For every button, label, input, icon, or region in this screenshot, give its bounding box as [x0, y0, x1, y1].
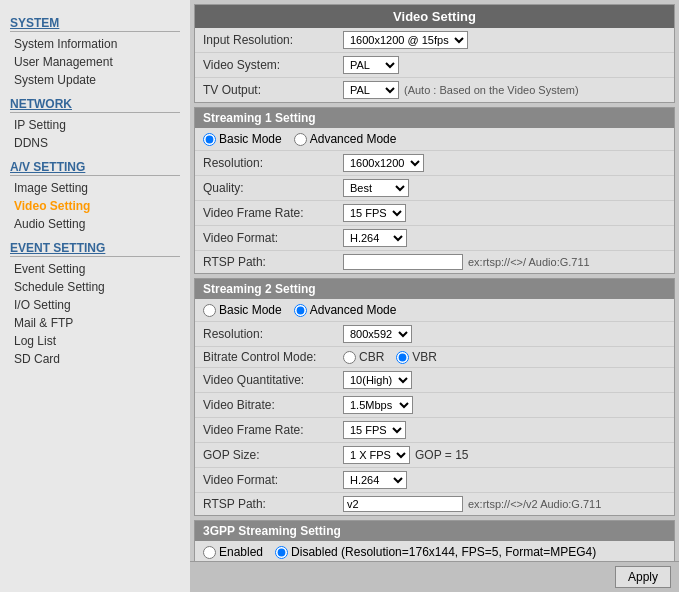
s1-format-select[interactable]: H.264 MJPEG — [343, 229, 407, 247]
bottom-bar: Apply — [190, 561, 679, 592]
s2-frame-rate-label: Video Frame Rate: — [203, 423, 343, 437]
sidebar-section-event-setting: EVENT SETTING — [10, 241, 180, 257]
s2-resolution-select[interactable]: 800x592 640x480 320x240 — [343, 325, 412, 343]
streaming2-advanced-mode-radio[interactable] — [294, 304, 307, 317]
streaming2-advanced-mode-text: Advanced Mode — [310, 303, 397, 317]
video-setting-section: Video Setting Input Resolution: 1600x120… — [194, 4, 675, 103]
s2-format-row: Video Format: H.264 MJPEG — [195, 468, 674, 493]
s1-resolution-label: Resolution: — [203, 156, 343, 170]
s2-bitrate-control-label: Bitrate Control Mode: — [203, 350, 343, 364]
tv-output-hint: (Auto : Based on the Video System) — [404, 84, 579, 96]
video-system-select[interactable]: PAL NTSC — [343, 56, 399, 74]
s2-bitrate-row: Video Bitrate: 1.5Mbps 1Mbps 512Kbps — [195, 393, 674, 418]
s1-rtsp-row: RTSP Path: ex:rtsp://<>/ Audio:G.711 — [195, 251, 674, 273]
s2-rtsp-hint: ex:rtsp://<>/v2 Audio:G.711 — [468, 498, 601, 510]
s2-gop-select[interactable]: 1 X FPS 2 X FPS 4 X FPS — [343, 446, 410, 464]
sidebar-item-schedule-setting[interactable]: Schedule Setting — [10, 278, 180, 296]
video-system-label: Video System: — [203, 58, 343, 72]
streaming1-basic-mode-radio[interactable] — [203, 133, 216, 146]
s2-gop-row: GOP Size: 1 X FPS 2 X FPS 4 X FPS GOP = … — [195, 443, 674, 468]
sidebar-item-ddns[interactable]: DDNS — [10, 134, 180, 152]
streaming1-advanced-mode-label[interactable]: Advanced Mode — [294, 132, 397, 146]
streaming2-basic-mode-label[interactable]: Basic Mode — [203, 303, 282, 317]
s2-vbr-radio[interactable] — [396, 351, 409, 364]
3gpp-enabled-text: Enabled — [219, 545, 263, 559]
video-system-row: Video System: PAL NTSC — [195, 53, 674, 78]
s1-rtsp-input[interactable] — [343, 254, 463, 270]
3gpp-disabled-label[interactable]: Disabled (Resolution=176x144, FPS=5, For… — [275, 545, 596, 559]
video-system-value: PAL NTSC — [343, 56, 399, 74]
sidebar-item-audio-setting[interactable]: Audio Setting — [10, 215, 180, 233]
s2-resolution-row: Resolution: 800x592 640x480 320x240 — [195, 322, 674, 347]
s1-resolution-select[interactable]: 1600x1200 800x600 640x480 — [343, 154, 424, 172]
sidebar-item-user-management[interactable]: User Management — [10, 53, 180, 71]
3gpp-enabled-radio[interactable] — [203, 546, 216, 559]
apply-button[interactable]: Apply — [615, 566, 671, 588]
input-resolution-label: Input Resolution: — [203, 33, 343, 47]
streaming2-header: Streaming 2 Setting — [195, 279, 674, 299]
s2-frame-rate-select[interactable]: 15 FPS 10 FPS 5 FPS — [343, 421, 406, 439]
input-resolution-select[interactable]: 1600x1200 @ 15fps 1280x960 @ 15fps 640x4… — [343, 31, 468, 49]
input-resolution-value: 1600x1200 @ 15fps 1280x960 @ 15fps 640x4… — [343, 31, 468, 49]
sidebar-item-event-setting[interactable]: Event Setting — [10, 260, 180, 278]
3gpp-disabled-radio[interactable] — [275, 546, 288, 559]
video-setting-header: Video Setting — [195, 5, 674, 28]
sidebar-section-system: SYSTEM — [10, 16, 180, 32]
sidebar-item-ip-setting[interactable]: IP Setting — [10, 116, 180, 134]
tv-output-row: TV Output: PAL NTSC (Auto : Based on the… — [195, 78, 674, 102]
s2-bitrate-select[interactable]: 1.5Mbps 1Mbps 512Kbps — [343, 396, 413, 414]
streaming1-header: Streaming 1 Setting — [195, 108, 674, 128]
sidebar-item-image-setting[interactable]: Image Setting — [10, 179, 180, 197]
tv-output-select[interactable]: PAL NTSC — [343, 81, 399, 99]
sidebar-item-sd-card[interactable]: SD Card — [10, 350, 180, 368]
sidebar-item-video-setting[interactable]: Video Setting — [10, 197, 180, 215]
3gpp-header: 3GPP Streaming Setting — [195, 521, 674, 541]
s1-frame-rate-row: Video Frame Rate: 15 FPS 10 FPS 5 FPS — [195, 201, 674, 226]
sidebar-item-mail-ftp[interactable]: Mail & FTP — [10, 314, 180, 332]
tv-output-label: TV Output: — [203, 83, 343, 97]
main-content: Video Setting Input Resolution: 1600x120… — [190, 0, 679, 561]
s1-frame-rate-label: Video Frame Rate: — [203, 206, 343, 220]
streaming1-section: Streaming 1 Setting Basic Mode Advanced … — [194, 107, 675, 274]
s1-quality-row: Quality: Best High Medium Low — [195, 176, 674, 201]
s2-cbr-radio[interactable] — [343, 351, 356, 364]
3gpp-section: 3GPP Streaming Setting Enabled Disabled … — [194, 520, 675, 561]
s2-cbr-label[interactable]: CBR — [343, 350, 384, 364]
streaming1-advanced-mode-text: Advanced Mode — [310, 132, 397, 146]
s2-gop-value: GOP = 15 — [415, 448, 468, 462]
sidebar-section-av-setting: A/V SETTING — [10, 160, 180, 176]
s2-bitrate-control-row: Bitrate Control Mode: CBR VBR — [195, 347, 674, 368]
s2-quantitative-select[interactable]: 10(High) 20 30 40(Low) — [343, 371, 412, 389]
s2-rtsp-row: RTSP Path: ex:rtsp://<>/v2 Audio:G.711 — [195, 493, 674, 515]
sidebar: SYSTEM System Information User Managemen… — [0, 0, 190, 592]
s1-rtsp-label: RTSP Path: — [203, 255, 343, 269]
s2-format-select[interactable]: H.264 MJPEG — [343, 471, 407, 489]
sidebar-item-io-setting[interactable]: I/O Setting — [10, 296, 180, 314]
sidebar-item-system-update[interactable]: System Update — [10, 71, 180, 89]
s2-bitrate-label: Video Bitrate: — [203, 398, 343, 412]
s1-quality-select[interactable]: Best High Medium Low — [343, 179, 409, 197]
s1-format-row: Video Format: H.264 MJPEG — [195, 226, 674, 251]
s2-quantitative-label: Video Quantitative: — [203, 373, 343, 387]
s1-resolution-row: Resolution: 1600x1200 800x600 640x480 — [195, 151, 674, 176]
tv-output-value: PAL NTSC (Auto : Based on the Video Syst… — [343, 81, 579, 99]
streaming2-advanced-mode-label[interactable]: Advanced Mode — [294, 303, 397, 317]
sidebar-item-system-information[interactable]: System Information — [10, 35, 180, 53]
3gpp-mode-row: Enabled Disabled (Resolution=176x144, FP… — [195, 541, 674, 561]
3gpp-disabled-text: Disabled (Resolution=176x144, FPS=5, For… — [291, 545, 596, 559]
s2-vbr-text: VBR — [412, 350, 437, 364]
streaming1-advanced-mode-radio[interactable] — [294, 133, 307, 146]
s2-rtsp-input[interactable] — [343, 496, 463, 512]
streaming2-basic-mode-radio[interactable] — [203, 304, 216, 317]
3gpp-enabled-label[interactable]: Enabled — [203, 545, 263, 559]
s2-vbr-label[interactable]: VBR — [396, 350, 437, 364]
s1-frame-rate-select[interactable]: 15 FPS 10 FPS 5 FPS — [343, 204, 406, 222]
s2-format-label: Video Format: — [203, 473, 343, 487]
s2-quantitative-row: Video Quantitative: 10(High) 20 30 40(Lo… — [195, 368, 674, 393]
s2-frame-rate-row: Video Frame Rate: 15 FPS 10 FPS 5 FPS — [195, 418, 674, 443]
streaming1-mode-row: Basic Mode Advanced Mode — [195, 128, 674, 151]
sidebar-item-log-list[interactable]: Log List — [10, 332, 180, 350]
streaming2-section: Streaming 2 Setting Basic Mode Advanced … — [194, 278, 675, 516]
s2-resolution-label: Resolution: — [203, 327, 343, 341]
streaming1-basic-mode-label[interactable]: Basic Mode — [203, 132, 282, 146]
